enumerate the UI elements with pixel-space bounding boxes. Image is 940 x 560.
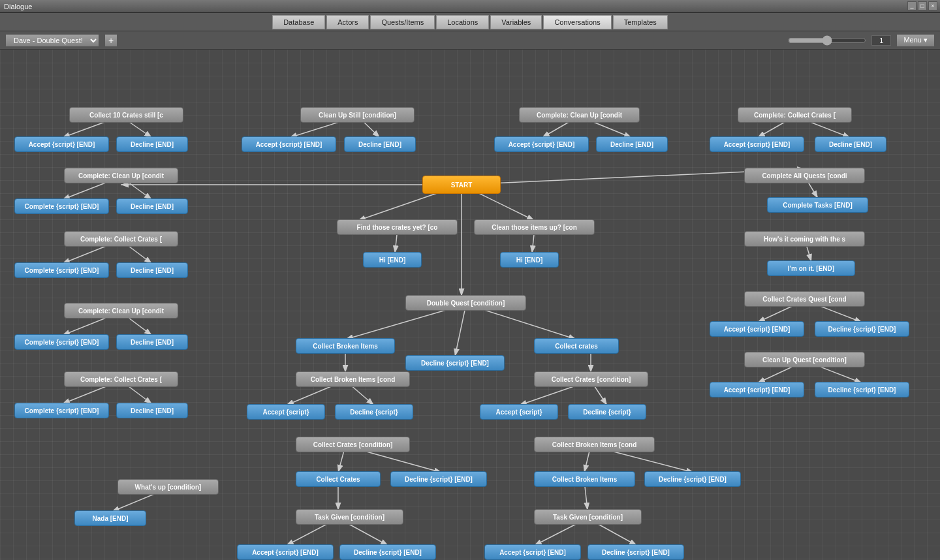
node-complete-cleanup-left2[interactable]: Complete: Clean Up [condit [64,303,178,319]
node-collect-crates-final[interactable]: Collect Crates [296,471,381,487]
node-decline7[interactable]: Decline [END] [116,334,188,350]
canvas-area: START Collect 10 Crates still [c Clean U… [0,50,940,560]
menu-button[interactable]: Menu ▾ [896,34,935,47]
node-accept4[interactable]: Accept {script} [END] [710,136,804,152]
svg-line-26 [455,304,466,356]
node-decline-script-mid1[interactable]: Decline {script} [END] [390,471,487,487]
node-collect-broken-final[interactable]: Collect Broken Items [534,471,635,487]
node-find-crates[interactable]: Find those crates yet? [co [337,219,458,235]
node-hi2[interactable]: Hi [END] [500,252,559,268]
node-accept6[interactable]: Accept {script} [END] [710,382,804,397]
title-bar: Dialogue _ □ × [0,0,940,13]
node-accept-l-bot[interactable]: Accept {script} [END] [237,544,334,560]
node-collect10[interactable]: Collect 10 Crates still [c [69,107,183,123]
node-complete-tasks[interactable]: Complete Tasks [END] [767,197,868,213]
node-decline5[interactable]: Decline [END] [116,198,188,214]
node-cleanup-still[interactable]: Clean Up Still [condition] [300,107,415,123]
node-nada[interactable]: Nada [END] [74,510,146,526]
node-collect-broken-cond2[interactable]: Collect Broken Items [cond [534,437,655,452]
node-complete-cleanup-left[interactable]: Complete: Clean Up [condit [64,168,178,183]
node-decline-script-l[interactable]: Decline {script} [335,404,413,420]
close-button[interactable]: × [928,1,937,10]
node-decline-script-r[interactable]: Decline {script} [568,404,646,420]
node-accept3[interactable]: Accept {script} [END] [494,136,589,152]
node-decline-l-bot[interactable]: Decline {script} [END] [339,544,436,560]
tab-templates[interactable]: Templates [613,15,668,29]
node-collect-crates[interactable]: Collect crates [534,338,619,354]
node-collect-crates-cond[interactable]: Collect Crates [condition] [534,371,648,387]
node-complete-cleanup-top[interactable]: Complete: Clean Up [condit [519,107,640,123]
node-decline1[interactable]: Decline [END] [116,136,188,152]
node-complete-all[interactable]: Complete All Quests [condi [744,168,865,183]
node-decline6[interactable]: Decline [END] [116,262,188,278]
node-collect-crates-cond2[interactable]: Collect Crates [condition] [296,437,410,452]
node-collect-broken-cond[interactable]: Collect Broken Items [cond [296,371,410,387]
node-task-given-l[interactable]: Task Given [condition] [296,509,403,525]
node-decline-r-bot[interactable]: Decline {script} [END] [588,544,684,560]
node-accept5[interactable]: Accept {script} [END] [710,321,804,337]
node-complete-collect-left[interactable]: Complete: Collect Crates [ [64,231,178,247]
node-complete-collect-left2[interactable]: Complete: Collect Crates [ [64,371,178,387]
zoom-slider[interactable] [788,35,866,46]
node-decline2[interactable]: Decline [END] [344,136,416,152]
maximize-button[interactable]: □ [918,1,927,10]
node-decline8[interactable]: Decline [END] [116,403,188,418]
tab-variables[interactable]: Variables [490,15,542,29]
tab-database[interactable]: Database [272,15,325,29]
node-whats-up[interactable]: What's up [condition] [118,479,219,495]
node-complete-script3[interactable]: Complete {script} [END] [14,334,109,350]
node-decline-script-mid2[interactable]: Decline {script} [END] [644,471,741,487]
tab-conversations[interactable]: Conversations [543,15,611,29]
node-hi1[interactable]: Hi [END] [363,252,422,268]
node-accept-script-r[interactable]: Accept {script} [480,404,558,420]
node-collect-crates-quest[interactable]: Collect Crates Quest [cond [744,291,865,307]
node-complete-script2[interactable]: Complete {script} [END] [14,262,109,278]
node-clean-items[interactable]: Clean those items up? [con [474,219,595,235]
tab-quests-items[interactable]: Quests/Items [370,15,435,29]
node-decline9[interactable]: Decline {script} [END] [815,321,909,337]
node-accept-script-l[interactable]: Accept {script} [247,404,325,420]
tabs-toolbar: Database Actors Quests/Items Locations V… [0,13,940,31]
zoom-value: 1 [871,35,891,46]
node-decline-script1[interactable]: Decline {script} [END] [405,355,505,371]
node-collect-broken[interactable]: Collect Broken Items [296,338,395,354]
node-complete-script1[interactable]: Complete {script} [END] [14,198,109,214]
node-hows-coming[interactable]: How's it coming with the s [744,231,865,247]
add-conversation-button[interactable]: + [104,34,118,47]
tab-actors[interactable]: Actors [326,15,369,29]
node-double-quest[interactable]: Double Quest [condition] [405,295,526,311]
node-accept2[interactable]: Accept {script} [END] [242,136,336,152]
node-decline4[interactable]: Decline [END] [815,136,886,152]
tab-locations[interactable]: Locations [436,15,489,29]
conversation-dropdown[interactable]: Dave - Double Quest! [5,34,99,47]
bottom-toolbar: Dave - Double Quest! + 1 Menu ▾ [0,31,940,50]
node-cleanup-quest[interactable]: Clean Up Quest [condition] [744,352,865,367]
minimize-button[interactable]: _ [907,1,916,10]
node-start[interactable]: START [422,176,501,194]
node-accept1[interactable]: Accept {script} [END] [14,136,109,152]
node-decline3[interactable]: Decline [END] [596,136,668,152]
node-complete-script4[interactable]: Complete {script} [END] [14,403,109,418]
window-title: Dialogue [4,3,32,10]
node-im-on-it[interactable]: I'm on it. [END] [767,260,855,276]
node-accept-r-bot[interactable]: Accept {script} [END] [484,544,581,560]
node-decline10[interactable]: Decline {script} [END] [815,382,909,397]
node-complete-collect-top[interactable]: Complete: Collect Crates [ [738,107,852,123]
node-task-given-r[interactable]: Task Given [condition] [534,509,642,525]
